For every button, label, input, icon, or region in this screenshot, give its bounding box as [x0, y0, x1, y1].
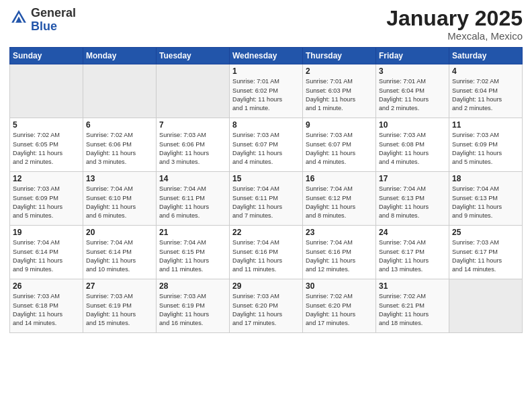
day-number: 14: [159, 174, 226, 183]
day-info: Sunrise: 7:04 AMSunset: 6:13 PMDaylight:…: [379, 185, 446, 220]
calendar-table: SundayMondayTuesdayWednesdayThursdayFrid…: [9, 47, 523, 333]
col-header-saturday: Saturday: [449, 48, 523, 64]
calendar-cell: 23Sunrise: 7:04 AMSunset: 6:16 PMDayligh…: [303, 226, 376, 279]
day-number: 22: [232, 228, 300, 237]
day-info: Sunrise: 7:04 AMSunset: 6:13 PMDaylight:…: [452, 185, 519, 220]
calendar-cell: 31Sunrise: 7:02 AMSunset: 6:21 PMDayligh…: [376, 279, 449, 333]
day-info: Sunrise: 7:02 AMSunset: 6:06 PMDaylight:…: [86, 131, 153, 167]
day-info: Sunrise: 7:02 AMSunset: 6:05 PMDaylight:…: [13, 131, 80, 167]
calendar-cell: 26Sunrise: 7:03 AMSunset: 6:18 PMDayligh…: [10, 279, 83, 333]
day-info: Sunrise: 7:03 AMSunset: 6:19 PMDaylight:…: [159, 292, 226, 328]
calendar-cell: 5Sunrise: 7:02 AMSunset: 6:05 PMDaylight…: [10, 118, 83, 172]
day-info: Sunrise: 7:04 AMSunset: 6:10 PMDaylight:…: [86, 185, 153, 220]
col-header-sunday: Sunday: [10, 48, 83, 64]
calendar-cell: 4Sunrise: 7:02 AMSunset: 6:04 PMDaylight…: [449, 64, 523, 118]
calendar-cell: 21Sunrise: 7:04 AMSunset: 6:15 PMDayligh…: [157, 226, 230, 279]
day-number: 25: [452, 228, 519, 237]
day-number: 24: [379, 228, 446, 237]
day-number: 29: [232, 281, 300, 291]
calendar-cell: 30Sunrise: 7:02 AMSunset: 6:20 PMDayligh…: [303, 279, 376, 333]
calendar-cell: 14Sunrise: 7:04 AMSunset: 6:11 PMDayligh…: [157, 172, 230, 226]
week-row-2: 5Sunrise: 7:02 AMSunset: 6:05 PMDaylight…: [10, 118, 523, 172]
day-info: Sunrise: 7:03 AMSunset: 6:06 PMDaylight:…: [159, 131, 226, 167]
calendar-cell: 24Sunrise: 7:04 AMSunset: 6:17 PMDayligh…: [376, 226, 449, 279]
calendar-cell: 15Sunrise: 7:04 AMSunset: 6:11 PMDayligh…: [230, 172, 303, 226]
day-info: Sunrise: 7:03 AMSunset: 6:18 PMDaylight:…: [13, 292, 80, 328]
col-header-thursday: Thursday: [303, 48, 376, 64]
day-number: 13: [86, 174, 153, 183]
calendar-cell: 10Sunrise: 7:03 AMSunset: 6:08 PMDayligh…: [376, 118, 449, 172]
calendar-cell: 28Sunrise: 7:03 AMSunset: 6:19 PMDayligh…: [157, 279, 230, 333]
col-header-tuesday: Tuesday: [157, 48, 230, 64]
calendar-cell: [10, 64, 83, 118]
day-info: Sunrise: 7:04 AMSunset: 6:16 PMDaylight:…: [306, 238, 373, 274]
day-number: 21: [159, 228, 226, 237]
day-info: Sunrise: 7:04 AMSunset: 6:11 PMDaylight:…: [159, 185, 226, 220]
calendar-cell: 25Sunrise: 7:03 AMSunset: 6:17 PMDayligh…: [449, 226, 523, 279]
calendar-subtitle: Mexcala, Mexico: [386, 30, 523, 42]
day-number: 26: [13, 281, 80, 291]
day-info: Sunrise: 7:02 AMSunset: 6:20 PMDaylight:…: [306, 292, 373, 328]
header-row: SundayMondayTuesdayWednesdayThursdayFrid…: [10, 48, 523, 64]
day-number: 16: [306, 174, 373, 183]
col-header-wednesday: Wednesday: [230, 48, 303, 64]
calendar-cell: 27Sunrise: 7:03 AMSunset: 6:19 PMDayligh…: [83, 279, 157, 333]
col-header-friday: Friday: [376, 48, 449, 64]
logo-general-text: General: [31, 7, 76, 20]
day-number: 28: [159, 281, 226, 291]
calendar-page: General Blue January 2025 Mexcala, Mexic…: [0, 0, 532, 411]
day-number: 11: [452, 120, 519, 130]
calendar-cell: 20Sunrise: 7:04 AMSunset: 6:14 PMDayligh…: [83, 226, 157, 279]
week-row-3: 12Sunrise: 7:03 AMSunset: 6:09 PMDayligh…: [10, 172, 523, 226]
week-row-4: 19Sunrise: 7:04 AMSunset: 6:14 PMDayligh…: [10, 226, 523, 279]
day-number: 27: [86, 281, 153, 291]
day-number: 2: [306, 66, 373, 76]
day-info: Sunrise: 7:04 AMSunset: 6:11 PMDaylight:…: [232, 185, 300, 220]
day-number: 12: [13, 174, 80, 183]
header: General Blue January 2025 Mexcala, Mexic…: [9, 7, 523, 42]
day-info: Sunrise: 7:04 AMSunset: 6:14 PMDaylight:…: [86, 238, 153, 274]
day-info: Sunrise: 7:04 AMSunset: 6:12 PMDaylight:…: [306, 185, 373, 220]
day-info: Sunrise: 7:04 AMSunset: 6:17 PMDaylight:…: [379, 238, 446, 274]
calendar-cell: 12Sunrise: 7:03 AMSunset: 6:09 PMDayligh…: [10, 172, 83, 226]
day-number: 3: [379, 66, 446, 76]
day-info: Sunrise: 7:03 AMSunset: 6:07 PMDaylight:…: [306, 131, 373, 167]
day-number: 10: [379, 120, 446, 130]
calendar-cell: [83, 64, 157, 118]
calendar-cell: 1Sunrise: 7:01 AMSunset: 6:02 PMDaylight…: [230, 64, 303, 118]
logo-blue-text: Blue: [31, 20, 76, 34]
day-info: Sunrise: 7:02 AMSunset: 6:04 PMDaylight:…: [452, 77, 519, 113]
calendar-cell: 22Sunrise: 7:04 AMSunset: 6:16 PMDayligh…: [230, 226, 303, 279]
day-info: Sunrise: 7:02 AMSunset: 6:21 PMDaylight:…: [379, 292, 446, 328]
day-info: Sunrise: 7:03 AMSunset: 6:19 PMDaylight:…: [86, 292, 153, 328]
calendar-cell: 17Sunrise: 7:04 AMSunset: 6:13 PMDayligh…: [376, 172, 449, 226]
day-number: 6: [86, 120, 153, 130]
calendar-cell: 6Sunrise: 7:02 AMSunset: 6:06 PMDaylight…: [83, 118, 157, 172]
calendar-cell: 11Sunrise: 7:03 AMSunset: 6:09 PMDayligh…: [449, 118, 523, 172]
day-number: 1: [232, 66, 300, 76]
day-number: 19: [13, 228, 80, 237]
day-number: 4: [452, 66, 519, 76]
day-info: Sunrise: 7:03 AMSunset: 6:20 PMDaylight:…: [232, 292, 300, 328]
calendar-title: January 2025: [386, 7, 523, 30]
day-number: 20: [86, 228, 153, 237]
week-row-5: 26Sunrise: 7:03 AMSunset: 6:18 PMDayligh…: [10, 279, 523, 333]
day-info: Sunrise: 7:01 AMSunset: 6:04 PMDaylight:…: [379, 77, 446, 113]
day-info: Sunrise: 7:03 AMSunset: 6:07 PMDaylight:…: [232, 131, 300, 167]
day-number: 17: [379, 174, 446, 183]
day-number: 7: [159, 120, 226, 130]
calendar-cell: [157, 64, 230, 118]
calendar-cell: 8Sunrise: 7:03 AMSunset: 6:07 PMDaylight…: [230, 118, 303, 172]
day-number: 31: [379, 281, 446, 291]
logo-icon: [9, 8, 28, 27]
day-info: Sunrise: 7:03 AMSunset: 6:08 PMDaylight:…: [379, 131, 446, 167]
day-info: Sunrise: 7:04 AMSunset: 6:15 PMDaylight:…: [159, 238, 226, 274]
day-info: Sunrise: 7:04 AMSunset: 6:14 PMDaylight:…: [13, 238, 80, 274]
day-info: Sunrise: 7:04 AMSunset: 6:16 PMDaylight:…: [232, 238, 300, 274]
logo-text: General Blue: [31, 7, 76, 34]
day-info: Sunrise: 7:01 AMSunset: 6:03 PMDaylight:…: [306, 77, 373, 113]
week-row-1: 1Sunrise: 7:01 AMSunset: 6:02 PMDaylight…: [10, 64, 523, 118]
col-header-monday: Monday: [83, 48, 157, 64]
calendar-cell: 16Sunrise: 7:04 AMSunset: 6:12 PMDayligh…: [303, 172, 376, 226]
day-info: Sunrise: 7:01 AMSunset: 6:02 PMDaylight:…: [232, 77, 300, 113]
